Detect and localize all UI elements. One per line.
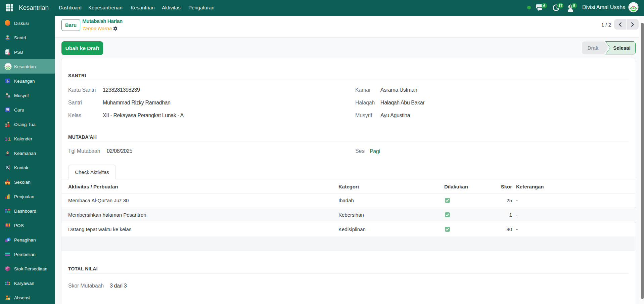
svg-text:Selesai: Selesai — [613, 45, 631, 51]
svg-text:$: $ — [7, 79, 9, 83]
svg-text:1: 1 — [8, 136, 11, 142]
svg-text:$: $ — [7, 237, 9, 241]
svg-text:Draft: Draft — [588, 45, 599, 51]
svg-text:3: 3 — [5, 136, 7, 142]
